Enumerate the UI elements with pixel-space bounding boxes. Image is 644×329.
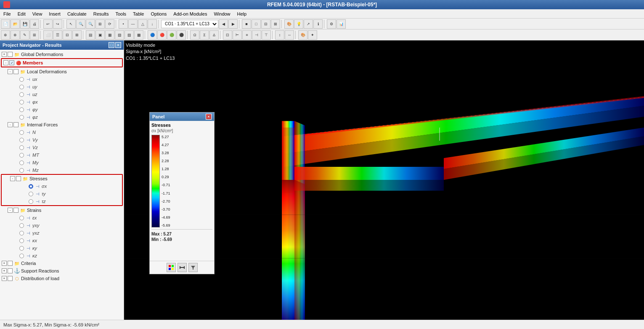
tree-item-distribution-of-load[interactable]: + ⬡ Distribution of load <box>0 275 124 282</box>
tb-rotate[interactable]: ⟳ <box>105 19 114 29</box>
tb2-28[interactable]: ↔ <box>285 30 294 40</box>
radio-tau-z[interactable] <box>29 199 33 204</box>
tb2-15[interactable]: 🔵 <box>148 30 157 40</box>
tb2-17[interactable]: 🟢 <box>167 30 176 40</box>
tb-print[interactable]: 🖨 <box>30 19 39 29</box>
tb-calc[interactable]: ⚙ <box>327 19 336 29</box>
tb-render3[interactable]: ⊟ <box>261 19 270 29</box>
tree-item-support-reactions[interactable]: + ⚓ Support Reactions <box>0 267 124 275</box>
tb-render4[interactable]: ⊠ <box>271 19 280 29</box>
tb-zoom-out[interactable]: 🔍 <box>86 19 95 29</box>
radio-phiz[interactable] <box>19 115 24 120</box>
tb2-19[interactable]: Ω <box>190 30 199 40</box>
tb2-2[interactable]: ⊗ <box>11 30 20 40</box>
tree-item-N[interactable]: ⊣ N <box>0 128 124 136</box>
menu-insert[interactable]: Insert <box>45 11 64 17</box>
tree-item-strains[interactable]: - 📁 Strains <box>0 206 124 214</box>
tb-redo[interactable]: ↪ <box>53 19 62 29</box>
expand-distribution-of-load[interactable]: + <box>2 276 7 281</box>
tb-member[interactable]: — <box>128 19 138 29</box>
radio-Vz[interactable] <box>19 145 24 150</box>
tree-item-kz[interactable]: ⊣ κz <box>0 252 124 259</box>
menu-file[interactable]: File <box>0 11 14 17</box>
tree-item-ky[interactable]: ⊣ κy <box>0 244 124 252</box>
check-internal-forces[interactable] <box>13 122 19 127</box>
radio-MT[interactable] <box>19 153 24 158</box>
expand-members[interactable]: - <box>3 60 8 65</box>
panel-close-btn[interactable]: × <box>115 42 121 48</box>
radio-Mz[interactable] <box>19 168 24 173</box>
expand-local-def[interactable]: - <box>8 69 13 74</box>
tb-color[interactable]: 🎨 <box>284 19 294 29</box>
tb2-11[interactable]: ▦ <box>105 30 114 40</box>
tb2-20[interactable]: Σ <box>200 30 209 40</box>
tb2-3[interactable]: ✎ <box>20 30 29 40</box>
tb-node[interactable]: • <box>119 19 128 29</box>
radio-sigma-x[interactable] <box>29 184 33 189</box>
expand-strains[interactable]: - <box>8 208 13 213</box>
tb2-16[interactable]: 🔴 <box>157 30 167 40</box>
tb-support[interactable]: △ <box>138 19 147 29</box>
floating-panel-header[interactable]: Panel × <box>150 112 214 121</box>
tree-item-ux[interactable]: ⊣ ux <box>0 75 124 83</box>
menu-tools[interactable]: Tools <box>112 11 130 17</box>
tb-next[interactable]: ▶ <box>228 19 238 29</box>
menu-results[interactable]: Results <box>90 11 112 17</box>
tree-item-Mz[interactable]: ⊣ Mz <box>0 166 124 174</box>
radio-ky[interactable] <box>19 246 24 251</box>
tb-render1[interactable]: ■ <box>242 19 251 29</box>
radio-gxy[interactable] <box>19 223 24 228</box>
radio-tau-y[interactable] <box>29 192 33 196</box>
tb-save[interactable]: 💾 <box>20 19 29 29</box>
tb2-8[interactable]: ⊠ <box>72 30 82 40</box>
tree-item-internal-forces[interactable]: - 📁 Internal Forces <box>0 121 124 128</box>
check-support-reactions[interactable] <box>8 268 13 273</box>
tb2-5[interactable]: ⬜ <box>43 30 53 40</box>
tb-zoom-in[interactable]: 🔍 <box>76 19 85 29</box>
menu-calculate[interactable]: Calculate <box>64 11 90 17</box>
check-criteria[interactable] <box>8 261 13 266</box>
tree-item-criteria[interactable]: + 📁 Criteria <box>0 259 124 267</box>
tree-item-phix[interactable]: ⊣ φx <box>0 98 124 106</box>
check-stresses[interactable] <box>16 176 21 181</box>
tb2-9[interactable]: ▤ <box>86 30 95 40</box>
check-global-def[interactable] <box>8 52 13 57</box>
tb2-4[interactable]: ⊞ <box>30 30 39 40</box>
tb-prev[interactable]: ◀ <box>219 19 228 29</box>
tb2-22[interactable]: ⊡ <box>223 30 232 40</box>
expand-global-def[interactable]: + <box>2 52 7 57</box>
tb-results[interactable]: 📊 <box>337 19 346 29</box>
tree-item-members[interactable]: - 🔴 Members <box>2 59 122 67</box>
tb2-26[interactable]: ⊤ <box>262 30 271 40</box>
radio-phix[interactable] <box>19 100 24 104</box>
tb-load[interactable]: ↓ <box>148 19 157 29</box>
radio-Vy[interactable] <box>19 138 24 142</box>
tb2-6[interactable]: ☰ <box>53 30 62 40</box>
tb2-27[interactable]: ↕ <box>275 30 284 40</box>
tb-select[interactable]: ↖ <box>66 19 76 29</box>
menu-addon[interactable]: Add-on Modules <box>170 11 210 17</box>
tree-item-global-def[interactable]: + 📁 Global Deformations <box>0 51 124 58</box>
tree-item-ex[interactable]: ⊣ εx <box>0 214 124 222</box>
fp-tool-color[interactable] <box>167 263 176 272</box>
check-distribution-of-load[interactable] <box>8 276 13 281</box>
tb2-29[interactable]: 🎨 <box>298 30 307 40</box>
tree-item-uy[interactable]: ⊣ uy <box>0 83 124 91</box>
radio-My[interactable] <box>19 160 24 165</box>
tree-item-uz[interactable]: ⊣ uz <box>0 91 124 98</box>
menu-edit[interactable]: Edit <box>14 11 29 17</box>
expand-support-reactions[interactable]: + <box>2 268 7 273</box>
viewport[interactable]: Visibility mode Sigma-x [kN/cm²] CO1 : 1… <box>124 40 644 320</box>
tb-undo[interactable]: ↩ <box>43 19 53 29</box>
menu-options[interactable]: Options <box>147 11 170 17</box>
expand-criteria[interactable]: + <box>2 261 7 266</box>
tb-render2[interactable]: □ <box>252 19 261 29</box>
tree-item-sigma-x[interactable]: ⊣ σx <box>2 182 122 190</box>
tree-item-Vy[interactable]: ⊣ Vy <box>0 136 124 144</box>
tb-axis[interactable]: ↗ <box>304 19 313 29</box>
tb-new[interactable]: 📄 <box>1 19 10 29</box>
tb2-21[interactable]: Δ <box>209 30 219 40</box>
tb2-14[interactable]: ▩ <box>134 30 143 40</box>
floating-panel-close-btn[interactable]: × <box>206 114 212 120</box>
tb2-18[interactable]: ⚫ <box>177 30 186 40</box>
